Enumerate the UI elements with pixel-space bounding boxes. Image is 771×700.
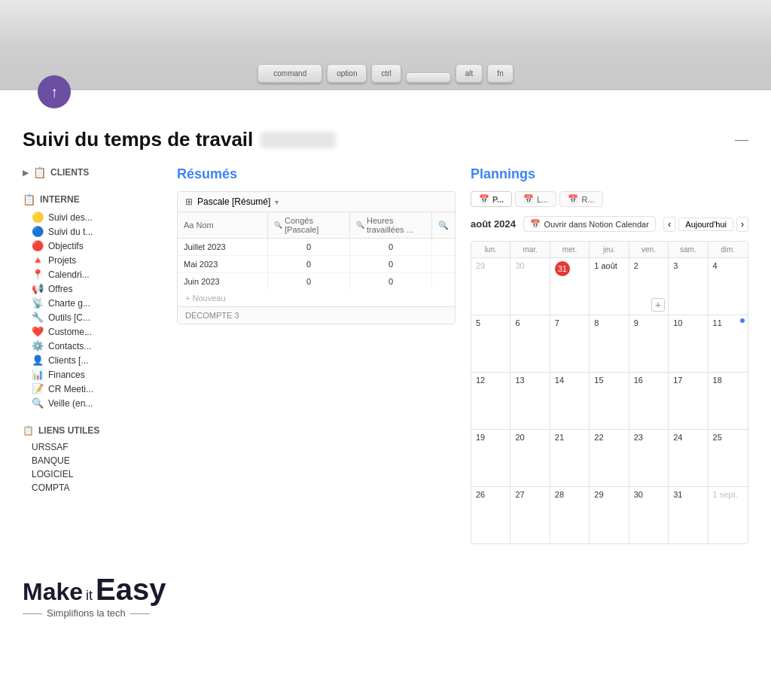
- cal-cell[interactable]: 1 sept.: [709, 487, 748, 543]
- td-heures: 0: [350, 273, 432, 290]
- cal-cell[interactable]: 19: [471, 430, 510, 486]
- add-event-button[interactable]: +: [651, 298, 665, 312]
- td-nom: Mai 2023: [178, 256, 268, 272]
- sidebar-item[interactable]: 🔺Projets: [23, 253, 162, 267]
- key-ctrl: ctrl: [371, 64, 401, 83]
- sidebar-item-label: Suivi du t...: [48, 227, 93, 237]
- cal-day-num: 29: [594, 490, 623, 499]
- cal-day-num: 30: [515, 261, 544, 270]
- sidebar-item[interactable]: 📝CR Meeti...: [23, 382, 162, 396]
- sidebar-link-item[interactable]: COMPTA: [23, 481, 162, 495]
- cal-cell[interactable]: 24: [669, 430, 708, 486]
- cal-cell[interactable]: 13: [510, 373, 550, 429]
- sidebar-item[interactable]: 🔍Veille (en...: [23, 396, 162, 410]
- sidebar-item[interactable]: 🟡Suivi des...: [23, 210, 162, 224]
- sidebar-item[interactable]: 🔧Outils [C...: [23, 310, 162, 324]
- upload-icon-wrap: ↑: [38, 75, 71, 108]
- sidebar-item-label: Outils [C...: [48, 312, 90, 323]
- plannings-tab-0[interactable]: 📅P...: [471, 191, 512, 207]
- cal-cell[interactable]: 29: [590, 487, 629, 543]
- sidebar-item-label: Finances: [48, 370, 85, 380]
- cal-cell[interactable]: 25: [709, 430, 748, 486]
- nav-today-button[interactable]: Aujourd'hui: [678, 218, 733, 231]
- sidebar-item[interactable]: 👤Clients [...: [23, 353, 162, 367]
- cal-day-num: 31: [673, 490, 702, 499]
- plannings-tab-2[interactable]: 📅R...: [559, 191, 602, 207]
- plannings-tab-1[interactable]: 📅L...: [515, 191, 556, 207]
- sidebar-item-label: Projets: [48, 255, 76, 266]
- cal-cell[interactable]: 12: [471, 373, 510, 429]
- cal-cell[interactable]: 23: [629, 430, 669, 486]
- sidebar-item[interactable]: 🔵Suivi du t...: [23, 224, 162, 239]
- cal-cell[interactable]: 10: [669, 315, 708, 372]
- sidebar-liens-header: 📋 LIENS UTILES: [23, 425, 162, 436]
- cal-cell[interactable]: 14: [550, 373, 590, 429]
- sidebar-interne-header[interactable]: 📋 INTERNE: [23, 193, 162, 205]
- sidebar-link-item[interactable]: URSSAF: [23, 440, 162, 454]
- sidebar-link-item[interactable]: LOGICIEL: [23, 467, 162, 481]
- plannings-tabs: 📅P...📅L...📅R...: [471, 191, 748, 207]
- nav-prev-button[interactable]: ‹: [663, 217, 675, 232]
- sidebar-link-item[interactable]: BANQUE: [23, 454, 162, 467]
- plannings-title: Plannings: [471, 166, 748, 182]
- new-row-button[interactable]: + Nouveau: [178, 290, 455, 306]
- cal-cell[interactable]: 18: [709, 373, 748, 429]
- cal-cell[interactable]: 2+: [629, 258, 669, 315]
- key-fn: fn: [487, 64, 513, 83]
- cal-cell[interactable]: 31: [550, 258, 590, 315]
- cal-cell[interactable]: 17: [669, 373, 708, 429]
- cal-cell[interactable]: 30: [629, 487, 669, 543]
- cal-cell[interactable]: 6: [510, 315, 550, 372]
- sidebar-item[interactable]: 📢Offres: [23, 282, 162, 296]
- cal-cell[interactable]: 27: [510, 487, 550, 543]
- cal-cell[interactable]: 5: [471, 315, 510, 372]
- table-name[interactable]: Pascale [Résumé]: [197, 196, 270, 207]
- cal-cell[interactable]: 29: [471, 258, 510, 315]
- cal-cell[interactable]: 28: [550, 487, 590, 543]
- cal-cell[interactable]: 22: [590, 430, 629, 486]
- resumes-table: ⊞ Pascale [Résumé] ▾ Aa Nom 🔍 Congés [Pa…: [177, 191, 456, 324]
- cal-cell[interactable]: 3: [669, 258, 708, 315]
- cal-day-num: 16: [634, 376, 663, 385]
- sidebar-item[interactable]: 📡Charte g...: [23, 296, 162, 310]
- sidebar-item-label: Objectifs: [48, 241, 84, 251]
- cal-cell[interactable]: 20: [510, 430, 550, 486]
- sidebar-item[interactable]: ❤️Custome...: [23, 324, 162, 339]
- cal-cell[interactable]: 15: [590, 373, 629, 429]
- cal-cell[interactable]: 1 août: [590, 258, 629, 315]
- cal-cell[interactable]: 9: [629, 315, 669, 372]
- cal-cell[interactable]: 8: [590, 315, 629, 372]
- sidebar-item[interactable]: 📍Calendri...: [23, 267, 162, 282]
- cal-cell[interactable]: 11: [709, 315, 748, 372]
- cal-cell[interactable]: 16: [629, 373, 669, 429]
- cal-day-num: 15: [594, 376, 623, 385]
- th-filter[interactable]: 🔍: [432, 212, 455, 238]
- cal-day-name: sam.: [669, 242, 708, 257]
- table-dropdown-arrow[interactable]: ▾: [275, 198, 279, 206]
- cal-cell[interactable]: 7: [550, 315, 590, 372]
- sidebar-interne-label: INTERNE: [40, 194, 80, 205]
- cal-day-num: 22: [594, 433, 623, 442]
- sidebar-item-icon: 🔧: [32, 312, 44, 323]
- sidebar-item-icon: 📢: [32, 283, 44, 294]
- open-notion-button[interactable]: 📅 Ouvrir dans Notion Calendar: [523, 216, 655, 232]
- sidebar-item[interactable]: 📊Finances: [23, 367, 162, 382]
- cal-cell[interactable]: 4: [709, 258, 748, 315]
- cal-cell[interactable]: 31: [669, 487, 708, 543]
- sidebar-item-icon: 📡: [32, 297, 44, 309]
- cal-cell[interactable]: 26: [471, 487, 510, 543]
- sidebar-clients-header[interactable]: ▶ 📋 CLIENTS: [23, 166, 162, 178]
- cal-day-num: 1 sept.: [713, 490, 743, 499]
- td-extra: [432, 239, 455, 255]
- cal-cell[interactable]: 21: [550, 430, 590, 486]
- sidebar-item[interactable]: ⚙️Contacts...: [23, 339, 162, 353]
- cal-week-4: 2627282930311 sept.: [471, 487, 748, 543]
- sidebar-item-icon: ⚙️: [32, 340, 44, 352]
- upload-icon[interactable]: ↑: [38, 75, 71, 108]
- minimize-button[interactable]: —: [735, 132, 748, 148]
- cal-cell[interactable]: 30: [510, 258, 550, 315]
- calendar-toolbar: août 2024 📅 Ouvrir dans Notion Calendar …: [471, 213, 748, 235]
- sidebar-item[interactable]: 🔴Objectifs: [23, 239, 162, 253]
- tab-label: P...: [492, 195, 504, 204]
- nav-next-button[interactable]: ›: [736, 217, 748, 232]
